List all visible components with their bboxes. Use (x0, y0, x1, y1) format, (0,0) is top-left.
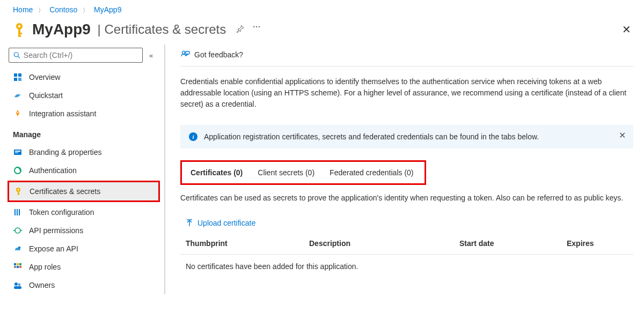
quickstart-icon (13, 91, 23, 100)
info-text: Application registration certificates, s… (204, 132, 539, 141)
upload-certificate-button[interactable]: Upload certificate (180, 214, 633, 235)
svg-rect-27 (14, 263, 16, 265)
svg-point-34 (18, 284, 21, 286)
main-content: Got feedback? Credentials enable confide… (164, 44, 644, 294)
svg-rect-32 (19, 266, 21, 268)
tab-certificates[interactable]: Certificates (0) (183, 163, 250, 182)
sidebar-item-app-roles[interactable]: App roles (9, 258, 163, 276)
svg-rect-9 (14, 78, 17, 81)
svg-line-6 (18, 56, 20, 58)
svg-point-5 (14, 53, 18, 57)
sidebar-item-token[interactable]: Token configuration (9, 203, 163, 221)
svg-rect-29 (19, 263, 21, 265)
breadcrumb-app[interactable]: MyApp9 (94, 5, 121, 14)
key-icon (13, 187, 23, 196)
more-icon[interactable]: ··· (253, 23, 261, 31)
col-thumbprint: Thumbprint (186, 239, 309, 248)
highlight-certificates-nav: Certificates & secrets (8, 181, 160, 202)
expose-icon (13, 244, 23, 254)
collapse-icon[interactable]: « (149, 51, 153, 59)
svg-point-11 (17, 112, 19, 114)
pin-icon[interactable] (236, 25, 244, 35)
page-subtitle: | Certificates & secrets (94, 22, 226, 37)
feedback-button[interactable]: Got feedback? (180, 44, 633, 66)
sidebar-item-label: Quickstart (29, 91, 63, 100)
col-description: Description (309, 239, 459, 248)
info-banner: i Application registration certificates,… (180, 125, 633, 148)
svg-point-26 (18, 247, 20, 249)
auth-icon (13, 166, 23, 175)
svg-point-17 (18, 189, 19, 191)
certificates-description: Certificates can be used as secrets to p… (180, 192, 633, 204)
svg-point-1 (18, 25, 20, 27)
roles-icon (13, 262, 23, 272)
svg-rect-30 (14, 266, 16, 268)
svg-point-33 (14, 282, 18, 286)
sidebar-item-overview[interactable]: Overview (9, 68, 163, 86)
sidebar-section-manage: Manage (9, 123, 163, 143)
svg-rect-28 (17, 263, 19, 265)
svg-point-36 (182, 51, 185, 54)
svg-rect-2 (18, 28, 20, 36)
svg-rect-35 (14, 286, 21, 289)
sidebar-item-owners[interactable]: Owners (9, 276, 163, 294)
sidebar-item-label: Certificates & secrets (30, 187, 100, 196)
owners-icon (13, 280, 23, 290)
col-start-date: Start date (459, 239, 567, 248)
svg-rect-20 (14, 209, 16, 215)
svg-rect-4 (18, 35, 21, 37)
svg-rect-8 (18, 73, 21, 77)
sidebar-item-label: Authentication (29, 166, 77, 175)
sidebar-item-label: App roles (29, 263, 61, 271)
overview-icon (13, 72, 23, 82)
svg-rect-21 (17, 209, 18, 215)
svg-rect-19 (18, 193, 20, 194)
sidebar-item-label: Integration assistant (29, 109, 96, 118)
sidebar-item-branding[interactable]: Branding & properties (9, 143, 163, 161)
close-icon[interactable]: ✕ (622, 23, 633, 36)
breadcrumb: Home 〉 Contoso 〉 MyApp9 (0, 0, 644, 18)
breadcrumb-home[interactable]: Home (13, 5, 33, 14)
svg-rect-37 (186, 51, 189, 54)
sidebar-item-label: Token configuration (29, 208, 94, 217)
svg-rect-7 (14, 73, 17, 77)
info-icon: i (189, 132, 197, 141)
chevron-right-icon: 〉 (38, 7, 44, 13)
tab-federated-credentials[interactable]: Federated credentials (0) (322, 163, 421, 182)
rocket-icon (13, 109, 23, 118)
page-title: MyApp9 (32, 21, 91, 38)
sidebar-item-authentication[interactable]: Authentication (9, 161, 163, 180)
svg-rect-31 (17, 266, 19, 268)
branding-icon (13, 147, 23, 157)
col-expires: Expires (567, 239, 628, 248)
sidebar: « Overview Quickstart Integration assist… (0, 44, 163, 294)
table-header: Thumbprint Description Start date Expire… (180, 235, 633, 255)
svg-rect-22 (19, 209, 20, 215)
chevron-right-icon: 〉 (83, 7, 89, 13)
feedback-label: Got feedback? (194, 50, 243, 59)
svg-point-23 (15, 228, 20, 233)
credentials-description: Credentials enable confidential applicat… (180, 76, 633, 110)
key-icon (13, 22, 26, 37)
breadcrumb-org[interactable]: Contoso (49, 5, 77, 14)
sidebar-item-expose-api[interactable]: Expose an API (9, 240, 163, 258)
sidebar-item-certificates[interactable]: Certificates & secrets (9, 182, 158, 200)
sidebar-item-integration[interactable]: Integration assistant (9, 105, 163, 123)
sidebar-item-label: Branding & properties (29, 148, 101, 157)
svg-rect-10 (18, 78, 21, 81)
svg-rect-13 (15, 151, 20, 152)
sidebar-item-label: Expose an API (29, 244, 78, 253)
svg-rect-14 (15, 152, 18, 153)
tab-client-secrets[interactable]: Client secrets (0) (250, 163, 322, 182)
page-header: MyApp9 | Certificates & secrets ··· ✕ (0, 18, 644, 44)
dismiss-icon[interactable]: ✕ (619, 130, 626, 140)
api-icon (13, 226, 23, 235)
highlight-tabs: Certificates (0) Client secrets (0) Fede… (180, 160, 426, 185)
upload-label: Upload certificate (197, 219, 255, 227)
sidebar-item-quickstart[interactable]: Quickstart (9, 86, 163, 105)
sidebar-item-label: Overview (29, 73, 60, 81)
sidebar-item-api-permissions[interactable]: API permissions (9, 221, 163, 240)
token-icon (13, 207, 23, 217)
search-input[interactable] (9, 48, 143, 63)
sidebar-item-label: API permissions (29, 226, 83, 235)
